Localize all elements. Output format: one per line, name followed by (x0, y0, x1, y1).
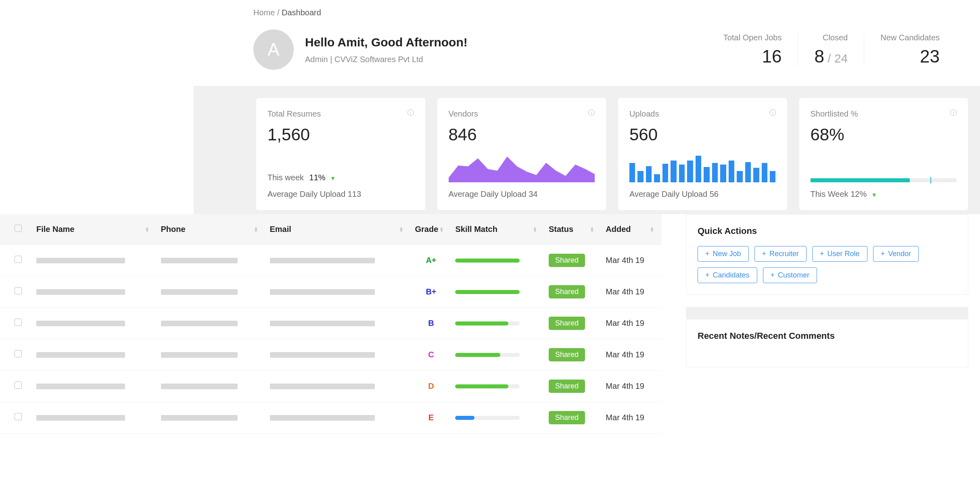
table-row[interactable]: B+ Shared Mar 4th 19 (0, 276, 662, 308)
breadcrumb-home[interactable]: Home (253, 8, 275, 17)
added-date: Mar 4th 19 (606, 350, 644, 359)
info-icon[interactable]: i (950, 109, 957, 116)
stat-open-jobs-value: 16 (723, 46, 782, 67)
file-name-redacted (36, 415, 125, 421)
quick-action-label: User Role (827, 250, 860, 258)
col-added[interactable]: Added▲▼ (602, 214, 662, 245)
recent-notes-title: Recent Notes/Recent Comments (698, 331, 957, 341)
user-role-line: Admin | CVViZ Softwares Pvt Ltd (305, 55, 468, 64)
info-icon[interactable]: i (769, 109, 776, 116)
uploads-bar-chart (629, 154, 776, 182)
status-badge: Shared (549, 380, 585, 393)
added-date: Mar 4th 19 (606, 256, 644, 265)
breadcrumb: Home / Dashboard (253, 8, 980, 17)
greeting-text: Hello Amit, Good Afternoon! (305, 35, 468, 49)
quick-action-label: New Job (713, 250, 741, 258)
plus-icon: + (881, 250, 885, 258)
bar (637, 171, 643, 182)
skill-match-bar (455, 384, 520, 388)
candidates-table: File Name▲▼ Phone▲▼ Email▲▼ Grade▲▼ Skil… (0, 214, 662, 434)
bar (654, 174, 660, 182)
quick-action-button[interactable]: +Vendor (873, 246, 919, 262)
card-footer: Average Daily Upload 56 (629, 190, 776, 199)
quick-action-button[interactable]: +User Role (812, 246, 867, 262)
phone-redacted (161, 415, 238, 421)
quick-action-button[interactable]: +New Job (698, 246, 749, 262)
breadcrumb-current: Dashboard (282, 8, 321, 17)
table-row[interactable]: E Shared Mar 4th 19 (0, 402, 662, 434)
grade-value: A+ (426, 256, 436, 265)
table-row[interactable]: C Shared Mar 4th 19 (0, 339, 662, 371)
stat-open-jobs-label: Total Open Jobs (723, 33, 782, 42)
plus-icon: + (762, 250, 767, 258)
quick-action-button[interactable]: +Customer (763, 267, 817, 283)
select-all-checkbox[interactable] (15, 225, 22, 232)
grade-value: D (428, 382, 434, 390)
status-badge: Shared (549, 285, 585, 298)
quick-action-label: Vendor (888, 250, 911, 258)
card-value: 846 (449, 125, 595, 144)
row-checkbox[interactable] (15, 350, 22, 357)
phone-redacted (161, 258, 238, 263)
quick-action-button[interactable]: +Recruiter (754, 246, 807, 262)
col-file-name[interactable]: File Name▲▼ (32, 214, 157, 245)
card-footer: Average Daily Upload 34 (449, 190, 595, 199)
email-redacted (270, 258, 375, 263)
plus-icon: + (705, 250, 710, 258)
email-redacted (270, 321, 375, 326)
sort-icon: ▲▼ (399, 227, 404, 232)
col-grade[interactable]: Grade▲▼ (411, 214, 451, 245)
col-skill-match[interactable]: Skill Match▲▼ (451, 214, 544, 245)
row-checkbox[interactable] (15, 382, 22, 389)
status-badge: Shared (549, 411, 585, 424)
quick-action-label: Recruiter (769, 250, 799, 258)
info-icon[interactable]: i (588, 109, 595, 116)
stat-new-candidates-value: 23 (880, 46, 940, 67)
quick-actions-title: Quick Actions (698, 226, 957, 236)
status-badge: Shared (549, 317, 585, 330)
table-row[interactable]: B Shared Mar 4th 19 (0, 308, 662, 339)
plus-icon: + (705, 271, 710, 280)
stat-open-jobs: Total Open Jobs 16 (707, 33, 798, 67)
vendors-area-chart (449, 154, 595, 182)
stat-closed: Closed 8 / 24 (798, 33, 864, 67)
sort-icon: ▲▼ (145, 227, 150, 232)
bar (671, 161, 676, 182)
grade-value: C (428, 350, 434, 359)
email-redacted (270, 384, 375, 389)
quick-action-button[interactable]: +Candidates (698, 267, 757, 283)
skill-match-bar (455, 321, 520, 325)
phone-redacted (161, 384, 238, 389)
card-value: 560 (629, 125, 776, 144)
plus-icon: + (771, 271, 775, 280)
col-email[interactable]: Email▲▼ (266, 214, 411, 245)
card-mid-row: This week 11% ▼ (267, 173, 336, 182)
table-row[interactable]: D Shared Mar 4th 19 (0, 371, 662, 402)
skill-match-bar (455, 353, 520, 357)
email-redacted (270, 415, 375, 421)
grade-value: E (428, 413, 434, 422)
quick-action-label: Candidates (713, 271, 750, 280)
added-date: Mar 4th 19 (606, 319, 644, 328)
col-phone[interactable]: Phone▲▼ (157, 214, 266, 245)
sort-icon: ▲▼ (650, 227, 654, 232)
added-date: Mar 4th 19 (606, 382, 644, 390)
info-icon[interactable]: i (407, 109, 414, 116)
phone-redacted (161, 352, 238, 358)
card-title: Uploads (629, 109, 776, 119)
card-value: 68% (811, 125, 957, 144)
phone-redacted (161, 289, 238, 295)
stat-closed-label: Closed (814, 33, 848, 42)
col-status[interactable]: Status▲▼ (545, 214, 602, 245)
stat-closed-value: 8 / 24 (814, 46, 848, 67)
skill-match-bar (455, 290, 520, 294)
table-row[interactable]: A+ Shared Mar 4th 19 (0, 245, 662, 276)
row-checkbox[interactable] (15, 256, 22, 263)
row-checkbox[interactable] (15, 413, 22, 420)
sort-icon: ▲▼ (254, 227, 259, 232)
bar (745, 162, 751, 182)
shortlisted-progress (811, 178, 957, 182)
row-checkbox[interactable] (15, 287, 22, 294)
row-checkbox[interactable] (15, 319, 22, 326)
card-title: Total Resumes (267, 109, 414, 119)
